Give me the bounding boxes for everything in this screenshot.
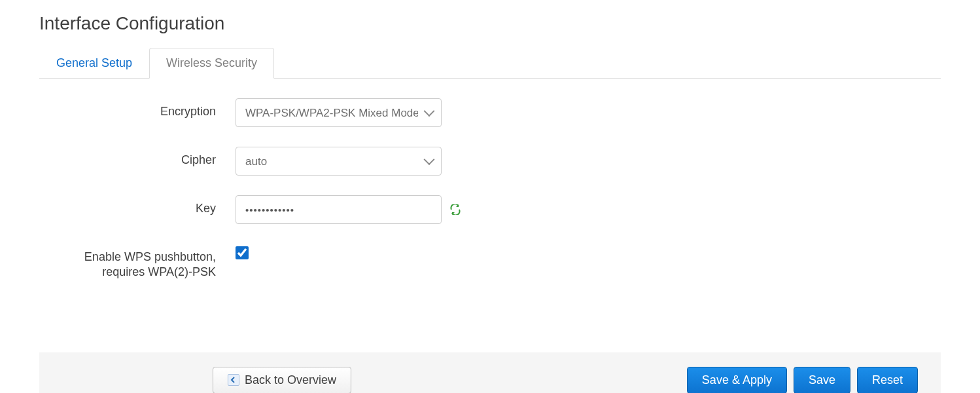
row-cipher: Cipher auto xyxy=(39,147,941,176)
label-wps: Enable WPS pushbutton, requires WPA(2)-P… xyxy=(39,244,236,280)
back-arrow-icon xyxy=(228,374,239,386)
label-cipher: Cipher xyxy=(39,147,236,168)
save-apply-button[interactable]: Save & Apply xyxy=(687,367,787,393)
row-wps: Enable WPS pushbutton, requires WPA(2)-P… xyxy=(39,244,941,280)
reset-button[interactable]: Reset xyxy=(857,367,918,393)
page-title: Interface Configuration xyxy=(39,13,941,34)
encryption-select[interactable]: WPA-PSK/WPA2-PSK Mixed Mode xyxy=(236,98,442,127)
form-area: Encryption WPA-PSK/WPA2-PSK Mixed Mode C… xyxy=(39,98,941,326)
label-key: Key xyxy=(39,195,236,216)
tab-wireless-security[interactable]: Wireless Security xyxy=(149,48,274,79)
tabs: General Setup Wireless Security xyxy=(39,47,941,79)
row-key: Key xyxy=(39,195,941,224)
back-button-label: Back to Overview xyxy=(245,373,336,387)
wps-checkbox[interactable] xyxy=(236,246,249,259)
refresh-icon[interactable] xyxy=(449,204,461,215)
row-encryption: Encryption WPA-PSK/WPA2-PSK Mixed Mode xyxy=(39,98,941,127)
tab-general-setup[interactable]: General Setup xyxy=(39,48,149,79)
back-to-overview-button[interactable]: Back to Overview xyxy=(213,367,351,393)
footer-bar: Back to Overview Save & Apply Save Reset xyxy=(39,352,941,393)
key-input[interactable] xyxy=(236,195,442,224)
cipher-select[interactable]: auto xyxy=(236,147,442,176)
save-button[interactable]: Save xyxy=(794,367,850,393)
label-encryption: Encryption xyxy=(39,98,236,119)
